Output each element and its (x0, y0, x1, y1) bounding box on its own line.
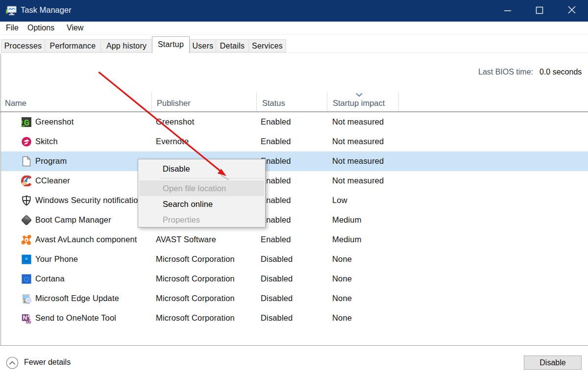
svg-text:N: N (23, 314, 27, 321)
svg-text:G: G (24, 118, 29, 128)
